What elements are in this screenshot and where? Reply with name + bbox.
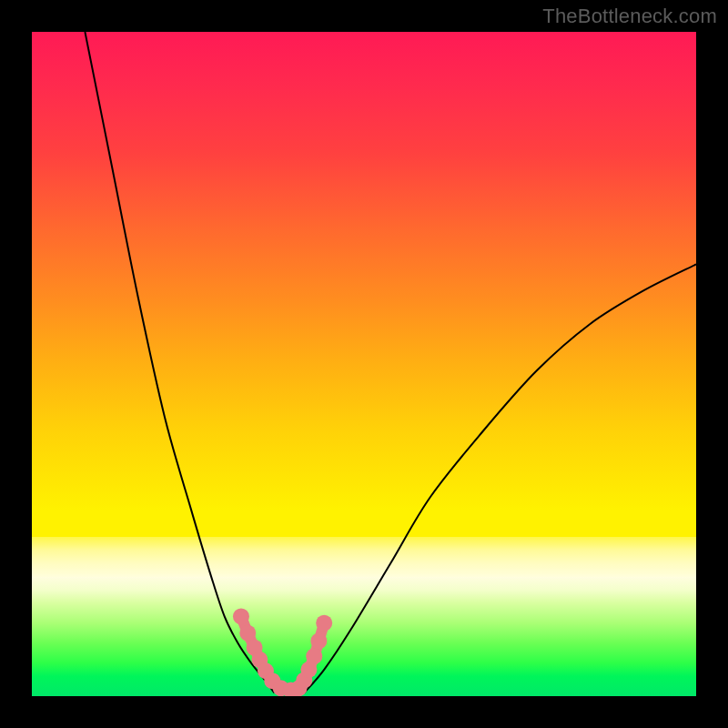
left-curve	[85, 32, 274, 693]
dot	[310, 632, 327, 649]
watermark-text: TheBottleneck.com	[542, 5, 717, 28]
dot	[239, 625, 256, 642]
right-curve	[304, 265, 696, 693]
curve-layer	[32, 32, 696, 696]
dot	[306, 648, 322, 664]
dot	[316, 615, 332, 632]
dot	[233, 608, 249, 624]
plot-area	[32, 32, 696, 696]
chart-frame: TheBottleneck.com	[0, 0, 728, 728]
